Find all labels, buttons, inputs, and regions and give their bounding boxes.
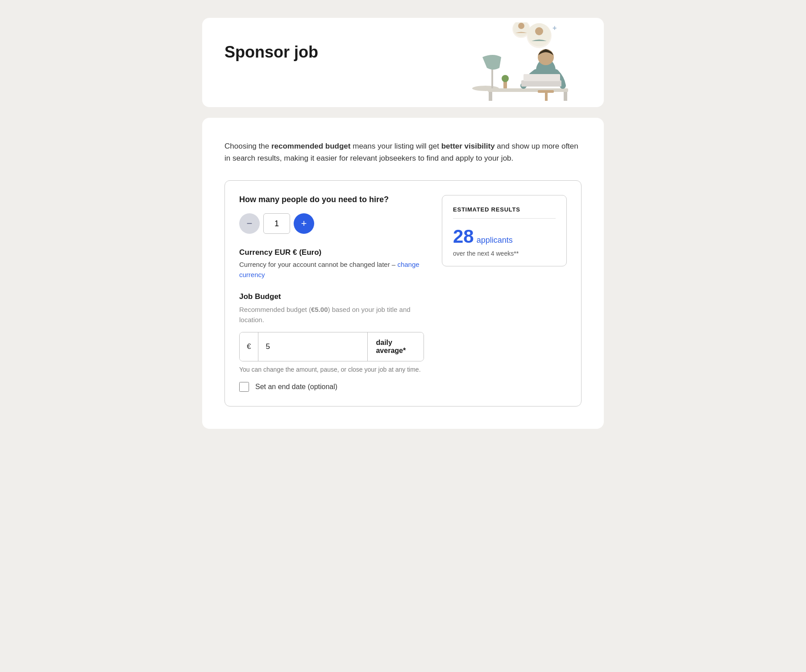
estimated-results-column: ESTIMATED RESULTS 28applicants over the … xyxy=(442,195,567,266)
plus-icon: + xyxy=(301,218,307,229)
budget-input-row: € daily average* xyxy=(239,332,424,361)
page-container: Sponsor job + xyxy=(202,18,604,429)
people-stepper: − + xyxy=(239,213,424,234)
estimated-results-card: ESTIMATED RESULTS 28applicants over the … xyxy=(442,195,567,266)
svg-point-3 xyxy=(535,27,543,35)
stepper-minus-button[interactable]: − xyxy=(239,213,260,234)
job-budget-section: Job Budget Recommended budget (€5.00) ba… xyxy=(239,292,424,392)
svg-point-17 xyxy=(502,75,509,82)
daily-average-label: daily average* xyxy=(367,332,424,361)
applicants-label: applicants xyxy=(477,236,513,245)
budget-amount-input[interactable] xyxy=(258,332,367,361)
svg-rect-8 xyxy=(491,67,493,88)
bold-recommended-budget: recommended budget xyxy=(271,142,351,150)
bold-better-visibility: better visibility xyxy=(441,142,495,150)
estimated-results-title: ESTIMATED RESULTS xyxy=(453,206,556,213)
currency-title: Currency EUR € (Euro) xyxy=(239,248,424,257)
svg-rect-19 xyxy=(545,93,548,101)
svg-point-5 xyxy=(518,23,524,29)
end-date-row: Set an end date (optional) xyxy=(239,382,424,392)
svg-text:+: + xyxy=(553,24,557,32)
results-divider xyxy=(453,218,556,219)
budget-change-note: You can change the amount, pause, or clo… xyxy=(239,366,424,373)
budget-left-column: How many people do you need to hire? − +… xyxy=(239,195,424,392)
hire-question: How many people do you need to hire? xyxy=(239,195,424,204)
recommended-amount: €5.00 xyxy=(311,306,328,313)
stepper-value-input[interactable] xyxy=(263,213,290,234)
end-date-label: Set an end date (optional) xyxy=(255,383,337,391)
currency-symbol-box: € xyxy=(240,332,258,361)
header-illustration: + xyxy=(452,22,577,103)
intro-text: Choosing the recommended budget means yo… xyxy=(224,140,582,164)
stepper-plus-button[interactable]: + xyxy=(294,213,314,234)
currency-section: Currency EUR € (Euro) Currency for your … xyxy=(239,248,424,280)
main-card: Choosing the recommended budget means yo… xyxy=(202,118,604,429)
end-date-checkbox[interactable] xyxy=(239,382,249,392)
budget-description: Recommended budget (€5.00) based on your… xyxy=(239,305,424,325)
svg-rect-9 xyxy=(488,88,568,92)
currency-desc-text: Currency for your account cannot be chan… xyxy=(239,261,395,268)
currency-description: Currency for your account cannot be chan… xyxy=(239,260,424,280)
svg-rect-18 xyxy=(538,90,554,93)
svg-rect-14 xyxy=(521,80,561,87)
job-budget-title: Job Budget xyxy=(239,292,424,301)
applicants-row: 28applicants xyxy=(453,226,556,247)
svg-rect-11 xyxy=(564,92,567,101)
header-card: Sponsor job + xyxy=(202,18,604,107)
svg-rect-10 xyxy=(489,92,492,101)
minus-icon: − xyxy=(247,218,253,229)
applicants-count: 28 xyxy=(453,226,474,247)
applicants-timeframe: over the next 4 weeks** xyxy=(453,250,556,257)
svg-rect-15 xyxy=(523,74,560,81)
budget-section: How many people do you need to hire? − +… xyxy=(224,180,582,407)
